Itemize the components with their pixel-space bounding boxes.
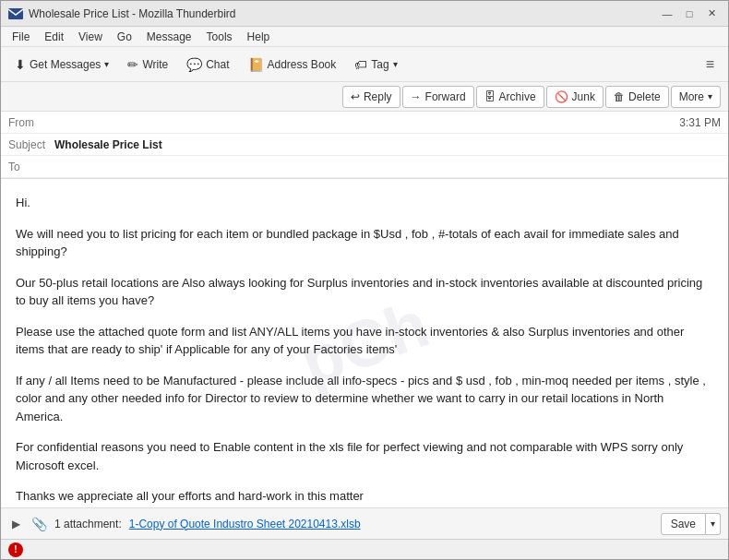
attachment-bar: ▶ 📎 1 attachment: 1-Copy of Quote Indust… — [1, 507, 728, 539]
main-window: Wholesale Price List - Mozilla Thunderbi… — [0, 0, 729, 560]
forward-icon: → — [411, 90, 422, 103]
tag-button[interactable]: 🏷 Tag ▾ — [346, 52, 405, 77]
junk-button[interactable]: 🚫 Junk — [546, 86, 604, 108]
menu-edit[interactable]: Edit — [37, 29, 71, 45]
more-dropdown-icon: ▾ — [708, 91, 712, 101]
junk-icon: 🚫 — [555, 90, 568, 103]
address-book-button[interactable]: 📔 Address Book — [240, 52, 345, 77]
write-button[interactable]: ✏ Write — [119, 52, 176, 77]
status-warning-icon: ! — [8, 542, 23, 557]
maximize-button[interactable]: □ — [680, 5, 699, 23]
attachment-save-group: Save ▾ — [661, 513, 721, 535]
delete-icon: 🗑 — [614, 90, 625, 103]
attachment-file-icon: 📎 — [31, 517, 47, 531]
body-para-1: We will need you to list pricing for eac… — [16, 225, 713, 261]
email-time: 3:31 PM — [679, 116, 721, 129]
toolbar-right: ≡ — [698, 52, 723, 77]
main-toolbar: ⬇ Get Messages ▾ ✏ Write 💬 Chat 📔 Addres… — [1, 47, 728, 82]
archive-icon: 🗄 — [484, 90, 496, 103]
body-para-5: For confidential reasons you need to Ena… — [16, 438, 713, 474]
delete-button[interactable]: 🗑 Delete — [605, 86, 669, 108]
save-attachment-dropdown[interactable]: ▾ — [706, 513, 721, 535]
body-para-4: If any / all Items need to be Manufactur… — [16, 372, 713, 426]
window-title: Wholesale Price List - Mozilla Thunderbi… — [29, 7, 658, 20]
to-label: To — [8, 161, 54, 173]
email-headers: From 3:31 PM Subject Wholesale Price Lis… — [1, 112, 728, 179]
email-content: Hi. We will need you to list pricing for… — [16, 194, 713, 506]
attachment-filename[interactable]: 1-Copy of Quote Industro Sheet 20210413.… — [129, 518, 361, 530]
action-toolbar: ↩ Reply → Forward 🗄 Archive 🚫 Junk 🗑 Del… — [1, 82, 728, 112]
body-para-6: Thanks we appreciate all your efforts an… — [16, 487, 713, 506]
forward-button[interactable]: → Forward — [402, 86, 474, 108]
app-icon — [8, 6, 23, 21]
subject-row: Subject Wholesale Price List — [1, 134, 728, 156]
hamburger-button[interactable]: ≡ — [698, 52, 723, 77]
menu-file[interactable]: File — [5, 29, 37, 45]
tag-dropdown-icon: ▾ — [393, 59, 398, 69]
menu-go[interactable]: Go — [110, 29, 139, 45]
reply-button[interactable]: ↩ Reply — [342, 86, 400, 108]
menu-help[interactable]: Help — [240, 29, 278, 45]
attachment-expand-button[interactable]: ▶ — [8, 516, 24, 532]
menu-bar: File Edit View Go Message Tools Help — [1, 27, 728, 47]
chat-button[interactable]: 💬 Chat — [178, 52, 237, 77]
subject-value: Wholesale Price List — [54, 138, 721, 151]
archive-button[interactable]: 🗄 Archive — [476, 86, 544, 108]
menu-view[interactable]: View — [71, 29, 110, 45]
body-para-2: Our 50-plus retail locations are Also al… — [16, 274, 713, 310]
tag-icon: 🏷 — [354, 57, 367, 72]
save-attachment-button[interactable]: Save — [661, 513, 706, 535]
more-button[interactable]: More ▾ — [671, 86, 721, 108]
menu-tools[interactable]: Tools — [199, 29, 240, 45]
from-label: From — [8, 116, 54, 129]
window-controls: — □ ✕ — [658, 5, 721, 23]
reply-icon: ↩ — [351, 90, 360, 103]
subject-label: Subject — [8, 138, 54, 151]
chat-icon: 💬 — [186, 57, 202, 72]
attachment-count: 1 attachment: — [54, 518, 122, 530]
status-bar: ! — [1, 539, 728, 559]
email-body: pCh Hi. We will need you to list pricing… — [1, 179, 728, 507]
body-para-0: Hi. — [16, 194, 713, 212]
body-para-3: Please use the attached quote form and l… — [16, 323, 713, 359]
svg-rect-0 — [8, 8, 23, 19]
get-messages-dropdown-icon: ▾ — [104, 59, 109, 69]
get-messages-icon: ⬇ — [15, 57, 26, 72]
minimize-button[interactable]: — — [658, 5, 676, 23]
title-bar: Wholesale Price List - Mozilla Thunderbi… — [1, 1, 728, 27]
from-row: From 3:31 PM — [1, 112, 728, 134]
to-row: To — [1, 156, 728, 178]
get-messages-button[interactable]: ⬇ Get Messages ▾ — [6, 52, 117, 77]
menu-message[interactable]: Message — [139, 29, 199, 45]
write-icon: ✏ — [127, 57, 138, 72]
close-button[interactable]: ✕ — [702, 5, 721, 23]
address-book-icon: 📔 — [248, 57, 264, 72]
